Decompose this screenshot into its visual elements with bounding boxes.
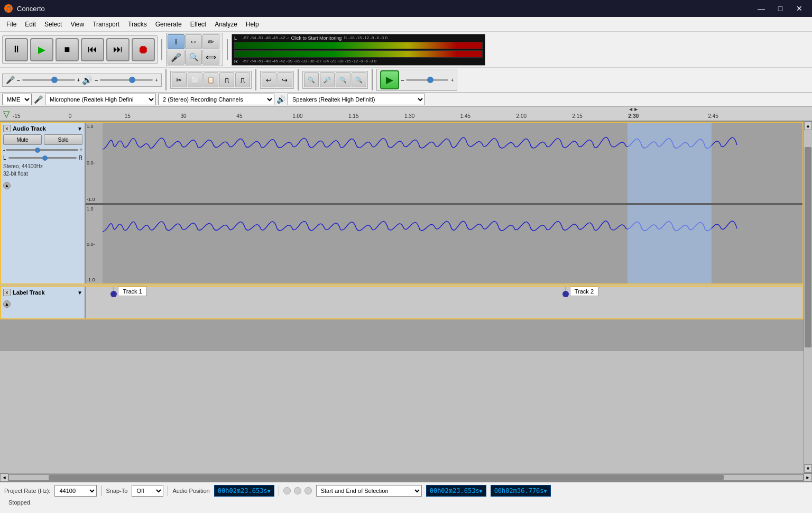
vscroll-thumb[interactable] [805,147,811,347]
label-track-close[interactable]: × [3,289,11,296]
skip-back-button[interactable]: ⏮ [81,38,104,61]
menu-tracks[interactable]: Tracks [124,19,151,30]
time-shift-btn[interactable]: ⟺ [202,50,219,65]
zoom-in-button[interactable]: 🔍 [304,72,319,87]
audio-track-close[interactable]: × [3,125,11,132]
menu-edit[interactable]: Edit [21,19,40,30]
collapse-row: ▲ [3,182,82,189]
label-collapse-button[interactable]: ▲ [3,300,11,308]
hscroll-right-button[interactable]: ► [804,473,812,482]
vu-bottom-row: R -57 -54 -51 -48 -45 -42 -39 -36 -33 -3… [234,59,483,64]
project-rate-select[interactable]: 44100 [54,485,97,497]
play-button[interactable]: ▶ [30,38,53,61]
stop-button[interactable]: ■ [56,38,79,61]
paste-button[interactable]: 📋 [204,72,218,87]
ruler-arrow[interactable]: ▽ [0,107,13,121]
vscroll-down-button[interactable]: ▼ [804,464,812,473]
interface-select[interactable]: MME [2,94,32,105]
zoom-out-button[interactable]: 🔎 [320,72,335,87]
toolbar-separator-6 [372,69,373,90]
select-tool-btn[interactable]: I [168,34,184,49]
play-at-speed-button[interactable]: ▶ [380,70,399,89]
vu-bottom-marks: -57 -54 -51 -48 -45 -42 -39 -36 -33 -30 … [243,59,376,63]
minimize-button[interactable]: — [753,1,770,16]
mute-button[interactable]: Mute [3,134,42,145]
speaker-volume-slider[interactable] [100,79,153,81]
toolbar-row2: 🎤 – + 🔊 – + ✂ ⬜ 📋 ⎍ ⎍ ↩ ↪ [0,67,812,92]
waveform2-button[interactable]: ⎍ [235,72,250,87]
speaker-select[interactable]: Speakers (Realtek High Definiti) [288,94,425,105]
label-track2-pin [562,291,569,297]
plus-label: + [77,77,80,83]
menu-generate[interactable]: Generate [151,19,186,30]
pause-button[interactable]: ⏸ [5,38,28,61]
label-track-content[interactable]: Track 1 Track 2 [86,287,802,318]
playback-speed-slider[interactable] [406,79,448,81]
status-sep-2 [168,485,168,496]
sel-end-dropdown[interactable]: ▼ [544,488,547,494]
label-track2-box[interactable]: Track 2 [570,287,598,296]
undo-redo-group: ↩ ↪ [260,71,294,89]
ruler-mark-0: 0 [69,113,72,119]
mic-volume-slider[interactable] [22,79,75,81]
gain-slider[interactable] [6,149,78,151]
draw-tool-btn[interactable]: ✏ [202,34,219,49]
position-dropdown[interactable]: ▼ [267,488,271,494]
audio-track-dropdown[interactable]: ▼ [77,126,82,132]
audio-track-row: × Audio Track ▼ Mute Solo - [0,122,804,285]
menu-select[interactable]: Select [40,19,66,30]
microphone-select[interactable]: Microphone (Realtek High Defini [45,94,156,105]
zoom-tool-btn[interactable]: ↔ [185,34,202,49]
collapse-button[interactable]: ▲ [3,182,11,189]
zoom-fit-button[interactable]: 🔍 [352,72,366,87]
maximize-button[interactable]: □ [772,1,789,16]
menu-view[interactable]: View [66,19,88,30]
vertical-scrollbar[interactable]: ▲ ▼ [804,122,812,473]
status-bar: Project Rate (Hz): 44100 Snap-To Off Aud… [0,481,812,513]
label-track-dropdown[interactable]: ▼ [77,290,82,296]
vscroll-up-button[interactable]: ▲ [804,122,812,130]
close-button[interactable]: ✕ [791,1,808,16]
audio-track-header: × Audio Track ▼ [3,125,82,132]
label-track1-box[interactable]: Track 1 [118,287,146,296]
sel-start-dropdown[interactable]: ▼ [479,488,483,494]
vscroll-track[interactable] [804,130,812,464]
speaker-device-icon: 🔊 [276,95,285,104]
channels-select[interactable]: 2 (Stereo) Recording Channels [158,94,274,105]
zoom-sel-button[interactable]: 🔍 [336,72,350,87]
pan-slider[interactable] [8,157,77,159]
snap-to-select[interactable]: Off [132,485,163,497]
mic-tool-btn[interactable]: 🎤 [168,50,184,65]
gain-minus: - [3,147,5,153]
hscroll-left-button[interactable]: ◄ [0,473,8,482]
hscroll-thumb[interactable] [49,475,724,480]
gain-plus: + [79,147,82,153]
vu-click-to-start[interactable]: Click to Start Monitoring [291,35,342,41]
menu-transport[interactable]: Transport [88,19,124,30]
undo-button[interactable]: ↩ [262,72,276,87]
vu-meter-l [234,42,483,49]
solo-button[interactable]: Solo [44,134,82,145]
transport-controls: ⏸ ▶ ■ ⏮ ⏭ ⏺ [2,35,158,64]
project-rate-label: Project Rate (Hz): [4,488,50,494]
record-button[interactable]: ⏺ [132,38,155,61]
waveform-top [103,123,802,203]
mic-device-icon: 🎤 [34,95,43,104]
tracks-and-scroll: × Audio Track ▼ Mute Solo - [0,122,812,481]
skip-fwd-button[interactable]: ⏭ [106,38,130,61]
copy-button[interactable]: ⬜ [188,72,202,87]
waveform1-button[interactable]: ⎍ [219,72,234,87]
dot-1 [283,487,291,494]
position-time: 00h02m23.653s [218,487,267,494]
redo-button[interactable]: ↪ [278,72,292,87]
menu-help[interactable]: Help [242,19,263,30]
horizontal-scrollbar[interactable]: ◄ ► [0,473,812,481]
menu-effect[interactable]: Effect [186,19,210,30]
magnify-tool-btn[interactable]: 🔍 [185,50,202,65]
menu-file[interactable]: File [2,19,21,30]
waveform-area[interactable]: 1.0 0.0- -1.0 [86,123,802,283]
selection-mode-select[interactable]: Start and End of Selection [316,485,422,497]
hscroll-track[interactable] [8,474,804,481]
menu-analyze[interactable]: Analyze [210,19,242,30]
cut-button[interactable]: ✂ [172,72,187,87]
